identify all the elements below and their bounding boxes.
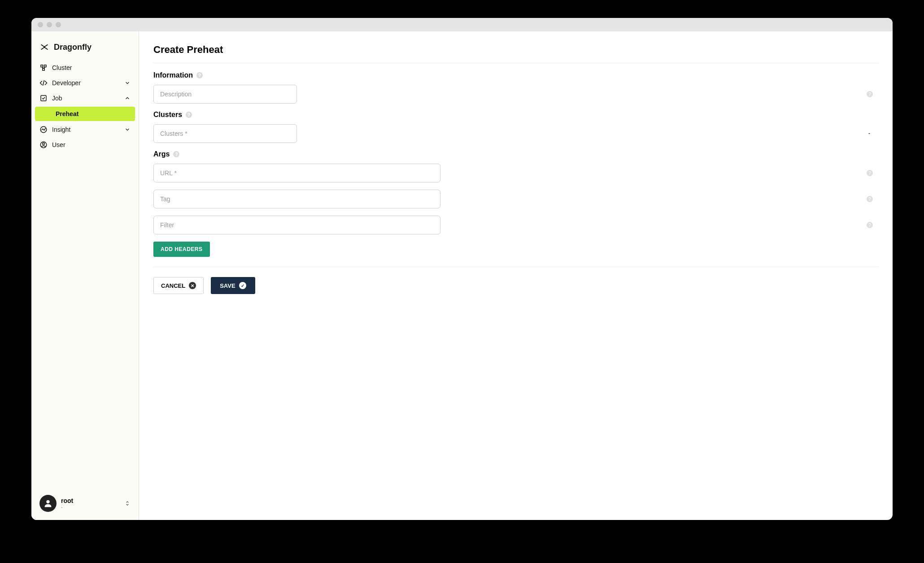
- sidebar-item-label: Job: [52, 95, 62, 102]
- check-icon: ✓: [239, 282, 246, 289]
- caret-down-icon: [867, 131, 872, 136]
- svg-rect-11: [41, 95, 46, 101]
- clusters-select[interactable]: Clusters *: [153, 124, 297, 143]
- help-icon[interactable]: ?: [186, 112, 192, 118]
- help-icon[interactable]: ?: [173, 151, 179, 157]
- app-window: Dragonfly Cluster Developer Job: [31, 18, 893, 520]
- description-input[interactable]: [153, 85, 297, 104]
- traffic-light-zoom[interactable]: [56, 22, 61, 27]
- field-clusters: Clusters *: [153, 124, 878, 143]
- chevron-up-icon: [124, 95, 131, 101]
- user-info: root -: [61, 497, 73, 510]
- chevron-down-icon: [124, 80, 131, 86]
- section-label: Clusters: [153, 111, 182, 119]
- sidebar-subitem-label: Preheat: [56, 110, 78, 117]
- brand: Dragonfly: [31, 38, 139, 60]
- job-icon: [39, 94, 48, 102]
- brand-name: Dragonfly: [54, 43, 92, 52]
- sidebar-nav: Cluster Developer Job Preheat Ins: [31, 60, 139, 487]
- close-icon: ✕: [189, 282, 196, 289]
- cancel-label: CANCEL: [161, 282, 185, 289]
- field-filter: ?: [153, 216, 878, 234]
- page-title: Create Preheat: [153, 44, 878, 63]
- sidebar-item-cluster[interactable]: Cluster: [31, 60, 139, 75]
- chevron-up-down-icon: [124, 499, 131, 507]
- traffic-light-close[interactable]: [38, 22, 43, 27]
- sidebar-item-developer[interactable]: Developer: [31, 75, 139, 91]
- section-heading-information: Information ?: [153, 71, 878, 79]
- svg-rect-6: [44, 65, 47, 67]
- sidebar-item-label: Insight: [52, 126, 70, 133]
- help-icon[interactable]: ?: [867, 196, 873, 202]
- filter-input[interactable]: [153, 216, 440, 234]
- field-description: ?: [153, 85, 878, 104]
- add-headers-button[interactable]: ADD HEADERS: [153, 242, 210, 257]
- svg-line-10: [43, 80, 44, 86]
- svg-line-1: [45, 45, 48, 47]
- section-heading-args: Args ?: [153, 150, 878, 158]
- developer-icon: [39, 79, 48, 87]
- sidebar-item-label: Developer: [52, 79, 81, 87]
- help-icon[interactable]: ?: [867, 170, 873, 176]
- tag-input[interactable]: [153, 190, 440, 208]
- avatar-icon: [43, 498, 53, 508]
- user-subtitle: -: [61, 504, 73, 510]
- save-label: SAVE: [220, 282, 235, 289]
- url-input[interactable]: [153, 164, 440, 182]
- window-titlebar: [31, 18, 893, 31]
- svg-point-4: [44, 47, 45, 48]
- sidebar-subitem-preheat[interactable]: Preheat: [35, 107, 135, 121]
- sidebar-item-insight[interactable]: Insight: [31, 122, 139, 137]
- field-url: ?: [153, 164, 878, 182]
- sidebar-item-label: User: [52, 141, 65, 148]
- field-tag: ?: [153, 190, 878, 208]
- user-nav-icon: [39, 141, 48, 149]
- svg-line-2: [41, 48, 44, 50]
- svg-point-15: [46, 500, 49, 503]
- divider: [153, 267, 878, 267]
- section-heading-clusters: Clusters ?: [153, 111, 878, 119]
- help-icon[interactable]: ?: [867, 91, 873, 97]
- user-name: root: [61, 497, 73, 504]
- help-icon[interactable]: ?: [196, 72, 203, 78]
- sidebar-item-label: Cluster: [52, 64, 72, 71]
- svg-point-14: [43, 143, 45, 145]
- main-content: Create Preheat Information ? ? Clusters …: [139, 31, 893, 520]
- sidebar-item-job[interactable]: Job: [31, 91, 139, 106]
- cancel-button[interactable]: CANCEL ✕: [153, 277, 204, 294]
- sidebar: Dragonfly Cluster Developer Job: [31, 31, 139, 520]
- dragonfly-logo-icon: [39, 42, 49, 52]
- section-label: Args: [153, 150, 170, 158]
- user-box[interactable]: root -: [31, 487, 139, 520]
- app-body: Dragonfly Cluster Developer Job: [31, 31, 893, 520]
- sidebar-item-user[interactable]: User: [31, 137, 139, 152]
- svg-rect-7: [43, 69, 45, 71]
- insight-icon: [39, 126, 48, 134]
- section-label: Information: [153, 71, 193, 79]
- save-button[interactable]: SAVE ✓: [211, 277, 255, 294]
- avatar: [39, 495, 57, 512]
- traffic-light-minimize[interactable]: [47, 22, 52, 27]
- form-actions: CANCEL ✕ SAVE ✓: [153, 277, 878, 294]
- svg-line-3: [45, 48, 48, 50]
- chevron-down-icon: [124, 126, 131, 133]
- cluster-icon: [39, 64, 48, 72]
- svg-rect-5: [41, 65, 43, 67]
- help-icon[interactable]: ?: [867, 222, 873, 228]
- svg-line-0: [41, 45, 44, 47]
